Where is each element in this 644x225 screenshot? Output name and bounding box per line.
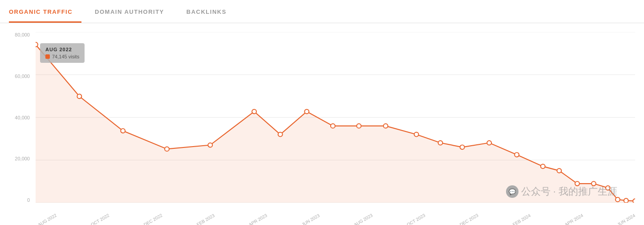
wechat-icon: 💬 bbox=[506, 185, 518, 198]
x-label-dec2022: DEC 2022 bbox=[143, 213, 163, 225]
svg-point-10 bbox=[208, 143, 212, 147]
svg-point-11 bbox=[252, 109, 256, 114]
y-label-20k: 20,000 bbox=[15, 156, 30, 161]
x-label-jun2024: JUN 2024 bbox=[616, 213, 636, 225]
main-container: ORGANIC TRAFFIC DOMAIN AUTHORITY BACKLIN… bbox=[0, 0, 644, 225]
svg-point-9 bbox=[165, 147, 169, 151]
svg-point-6 bbox=[36, 42, 38, 47]
svg-point-23 bbox=[557, 168, 561, 173]
x-label-oct2022: OCT 2022 bbox=[90, 213, 110, 225]
tooltip-value: 74,145 visits bbox=[45, 54, 79, 59]
chart-tooltip: AUG 2022 74,145 visits bbox=[40, 43, 85, 63]
svg-point-12 bbox=[278, 132, 283, 137]
x-label-aug2023: AUG 2023 bbox=[353, 213, 373, 225]
x-label-apr2024: APR 2024 bbox=[564, 213, 584, 225]
tab-backlinks[interactable]: BACKLINKS bbox=[186, 1, 235, 23]
svg-point-7 bbox=[77, 94, 81, 98]
svg-point-19 bbox=[460, 145, 465, 149]
watermark-text: 公众号 · 我的推广生涯 bbox=[521, 185, 617, 198]
svg-point-21 bbox=[514, 152, 519, 157]
svg-point-14 bbox=[331, 124, 335, 128]
svg-point-15 bbox=[356, 124, 361, 128]
tab-bar: ORGANIC TRAFFIC DOMAIN AUTHORITY BACKLIN… bbox=[0, 0, 644, 23]
x-label-aug2022: AUG 2022 bbox=[37, 213, 57, 225]
y-axis: 80,000 60,000 40,000 20,000 0 bbox=[0, 32, 33, 203]
svg-marker-5 bbox=[36, 45, 635, 203]
y-label-80k: 80,000 bbox=[15, 32, 30, 37]
tab-organic-traffic[interactable]: ORGANIC TRAFFIC bbox=[9, 1, 81, 23]
x-label-apr2023: APR 2023 bbox=[248, 213, 268, 225]
x-label-dec2023: DEC 2023 bbox=[459, 213, 479, 225]
x-label-oct2023: OCT 2023 bbox=[406, 213, 426, 225]
x-label-feb2024: FEB 2024 bbox=[512, 213, 531, 225]
x-label-jun2023: JUN 2023 bbox=[301, 213, 320, 225]
chart-area: 80,000 60,000 40,000 20,000 0 AUG 2022 O… bbox=[0, 23, 644, 225]
y-label-60k: 60,000 bbox=[15, 74, 30, 79]
watermark: 💬 公众号 · 我的推广生涯 bbox=[506, 185, 617, 198]
x-axis: AUG 2022 OCT 2022 DEC 2022 FEB 2023 APR … bbox=[36, 218, 635, 223]
y-label-0: 0 bbox=[27, 197, 30, 203]
tab-domain-authority[interactable]: DOMAIN AUTHORITY bbox=[95, 1, 173, 23]
svg-point-13 bbox=[304, 109, 309, 114]
x-label-feb2023: FEB 2023 bbox=[196, 213, 215, 225]
svg-point-18 bbox=[438, 141, 442, 145]
chart-svg bbox=[36, 32, 635, 203]
tooltip-visits: 74,145 visits bbox=[52, 54, 79, 59]
svg-point-29 bbox=[633, 199, 635, 203]
svg-point-22 bbox=[541, 164, 545, 168]
y-label-40k: 40,000 bbox=[15, 115, 30, 120]
tooltip-title: AUG 2022 bbox=[45, 47, 79, 52]
svg-point-16 bbox=[384, 124, 388, 128]
svg-point-17 bbox=[414, 132, 419, 137]
tooltip-dot bbox=[45, 54, 50, 59]
svg-point-28 bbox=[624, 198, 628, 203]
svg-point-8 bbox=[121, 129, 125, 133]
svg-point-20 bbox=[487, 141, 491, 145]
